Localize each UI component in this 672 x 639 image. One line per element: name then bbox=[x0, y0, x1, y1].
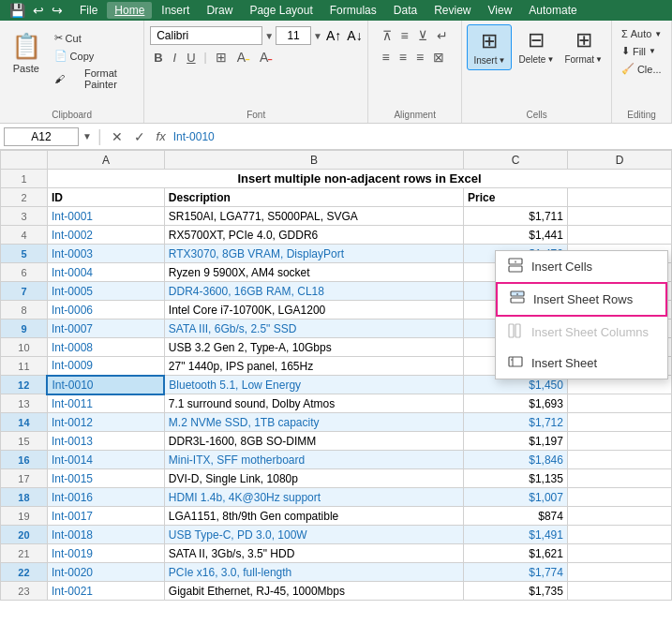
font-size-dropdown-icon[interactable]: ▼ bbox=[313, 31, 322, 41]
fill-dropdown-arrow[interactable]: ▼ bbox=[649, 47, 656, 55]
menu-item-home[interactable]: Home bbox=[107, 2, 152, 19]
fill-button[interactable]: ⬇ Fill ▼ bbox=[618, 43, 665, 59]
header-price[interactable]: Price bbox=[463, 188, 567, 207]
price-cell[interactable]: $1,711 bbox=[463, 207, 567, 226]
menu-item-review[interactable]: Review bbox=[426, 2, 478, 19]
price-cell[interactable]: $1,846 bbox=[463, 451, 567, 469]
paste-button[interactable]: 📋 Paste bbox=[6, 28, 47, 78]
underline-button[interactable]: U bbox=[183, 49, 199, 67]
price-cell[interactable]: $1,197 bbox=[463, 432, 567, 451]
menu-item-file[interactable]: File bbox=[72, 2, 105, 19]
header-id[interactable]: ID bbox=[47, 188, 164, 207]
italic-button[interactable]: I bbox=[170, 49, 181, 67]
id-cell[interactable]: Int-0019 bbox=[47, 544, 164, 563]
copy-button[interactable]: 📄 Copy bbox=[51, 48, 139, 64]
price-cell[interactable]: $1,441 bbox=[463, 226, 567, 245]
format-button[interactable]: ⊞ Format ▼ bbox=[560, 24, 606, 68]
save-button[interactable]: 💾 bbox=[7, 1, 27, 20]
id-cell[interactable]: Int-0015 bbox=[47, 469, 164, 488]
decrease-font-button[interactable]: A↓ bbox=[345, 27, 364, 44]
formula-input[interactable] bbox=[173, 130, 668, 143]
insert-dropdown-arrow[interactable]: ▼ bbox=[498, 56, 505, 65]
id-cell[interactable]: Int-0010 bbox=[47, 376, 164, 394]
description-cell[interactable]: 7.1 surround sound, Dolby Atmos bbox=[164, 394, 463, 413]
format-dropdown-arrow[interactable]: ▼ bbox=[595, 55, 603, 64]
id-cell[interactable]: Int-0002 bbox=[47, 226, 164, 245]
description-cell[interactable]: SR150AI, LGA771, S5000PAL, SVGA bbox=[164, 207, 463, 226]
price-cell[interactable]: $1,135 bbox=[463, 469, 567, 488]
price-cell[interactable]: $874 bbox=[463, 507, 567, 526]
cancel-formula-button[interactable]: ✕ bbox=[108, 127, 127, 146]
id-cell[interactable]: Int-0003 bbox=[47, 245, 164, 263]
id-cell[interactable]: Int-0004 bbox=[47, 263, 164, 282]
col-header-A[interactable]: A bbox=[47, 151, 164, 170]
id-cell[interactable]: Int-0013 bbox=[47, 432, 164, 451]
description-cell[interactable]: M.2 NVMe SSD, 1TB capacity bbox=[164, 413, 463, 432]
price-cell[interactable]: $1,693 bbox=[463, 394, 567, 413]
id-cell[interactable]: Int-0017 bbox=[47, 507, 164, 526]
description-cell[interactable]: Gigabit Ethernet, RJ-45, 1000Mbps bbox=[164, 582, 463, 601]
clear-button[interactable]: 🧹 Cle... bbox=[618, 61, 665, 77]
align-top-button[interactable]: ⊼ bbox=[379, 26, 396, 45]
id-cell[interactable]: Int-0014 bbox=[47, 451, 164, 469]
insert-sheet-rows-option[interactable]: Insert Sheet Rows bbox=[496, 282, 667, 317]
header-description[interactable]: Description bbox=[164, 188, 463, 207]
font-size-input[interactable] bbox=[276, 26, 311, 45]
menu-item-formulas[interactable]: Formulas bbox=[322, 2, 384, 19]
align-bottom-button[interactable]: ⊻ bbox=[414, 26, 431, 45]
description-cell[interactable]: HDMI 1.4b, 4K@30Hz support bbox=[164, 488, 463, 507]
menu-item-draw[interactable]: Draw bbox=[199, 2, 240, 19]
description-cell[interactable]: RTX3070, 8GB VRAM, DisplayPort bbox=[164, 245, 463, 263]
col-header-C[interactable]: C bbox=[463, 151, 567, 170]
id-cell[interactable]: Int-0009 bbox=[47, 357, 164, 376]
description-cell[interactable]: USB Type-C, PD 3.0, 100W bbox=[164, 526, 463, 544]
description-cell[interactable]: DDR4-3600, 16GB RAM, CL18 bbox=[164, 282, 463, 301]
description-cell[interactable]: PCIe x16, 3.0, full-length bbox=[164, 563, 463, 582]
id-cell[interactable]: Int-0011 bbox=[47, 394, 164, 413]
merge-center-button[interactable]: ⊠ bbox=[429, 48, 448, 67]
id-cell[interactable]: Int-0012 bbox=[47, 413, 164, 432]
description-cell[interactable]: LGA1151, 8th/9th Gen compatible bbox=[164, 507, 463, 526]
delete-button[interactable]: ⊟ Delete ▼ bbox=[514, 24, 559, 68]
menu-item-data[interactable]: Data bbox=[386, 2, 425, 19]
undo-button[interactable]: ↩ bbox=[31, 1, 46, 20]
delete-dropdown-arrow[interactable]: ▼ bbox=[546, 55, 554, 64]
cut-button[interactable]: ✂ Cut bbox=[51, 30, 139, 46]
increase-font-button[interactable]: A↑ bbox=[324, 27, 343, 44]
title-cell[interactable]: Insert multiple non-adjacent rows in Exc… bbox=[47, 170, 671, 188]
description-cell[interactable]: DVI-D, Single Link, 1080p bbox=[164, 469, 463, 488]
insert-sheet-option[interactable]: Insert Sheet bbox=[496, 348, 667, 379]
id-cell[interactable]: Int-0016 bbox=[47, 488, 164, 507]
price-cell[interactable]: $1,491 bbox=[463, 526, 567, 544]
menu-item-insert[interactable]: Insert bbox=[154, 2, 197, 19]
description-cell[interactable]: DDR3L-1600, 8GB SO-DIMM bbox=[164, 432, 463, 451]
description-cell[interactable]: 27" 1440p, IPS panel, 165Hz bbox=[164, 357, 463, 376]
fill-color-button[interactable]: A━ bbox=[233, 48, 253, 67]
price-cell[interactable]: $1,774 bbox=[463, 563, 567, 582]
description-cell[interactable]: USB 3.2 Gen 2, Type-A, 10Gbps bbox=[164, 338, 463, 357]
price-cell[interactable]: $1,621 bbox=[463, 544, 567, 563]
id-cell[interactable]: Int-0018 bbox=[47, 526, 164, 544]
insert-cells-option[interactable]: Insert Cells bbox=[496, 251, 667, 282]
description-cell[interactable]: Intel Core i7-10700K, LGA1200 bbox=[164, 301, 463, 320]
price-cell[interactable]: $1,007 bbox=[463, 488, 567, 507]
align-center-button[interactable]: ≡ bbox=[396, 48, 411, 67]
name-box-dropdown[interactable]: ▼ bbox=[82, 131, 92, 141]
id-cell[interactable]: Int-0001 bbox=[47, 207, 164, 226]
redo-button[interactable]: ↪ bbox=[50, 1, 65, 20]
name-box[interactable] bbox=[4, 127, 79, 146]
id-cell[interactable]: Int-0006 bbox=[47, 301, 164, 320]
description-cell[interactable]: SATA III, 6Gb/s, 2.5" SSD bbox=[164, 320, 463, 338]
id-cell[interactable]: Int-0020 bbox=[47, 563, 164, 582]
description-cell[interactable]: SATA II, 3Gb/s, 3.5" HDD bbox=[164, 544, 463, 563]
align-right-button[interactable]: ≡ bbox=[412, 48, 427, 67]
autosum-dropdown-arrow[interactable]: ▼ bbox=[654, 30, 662, 38]
font-name-input[interactable] bbox=[150, 26, 262, 45]
price-cell[interactable]: $1,735 bbox=[463, 582, 567, 601]
menu-item-page layout[interactable]: Page Layout bbox=[242, 2, 320, 19]
align-middle-button[interactable]: ≡ bbox=[397, 26, 412, 45]
bold-button[interactable]: B bbox=[150, 49, 166, 67]
description-cell[interactable]: Mini-ITX, SFF motherboard bbox=[164, 451, 463, 469]
price-cell[interactable]: $1,712 bbox=[463, 413, 567, 432]
menu-item-automate[interactable]: Automate bbox=[521, 2, 584, 19]
